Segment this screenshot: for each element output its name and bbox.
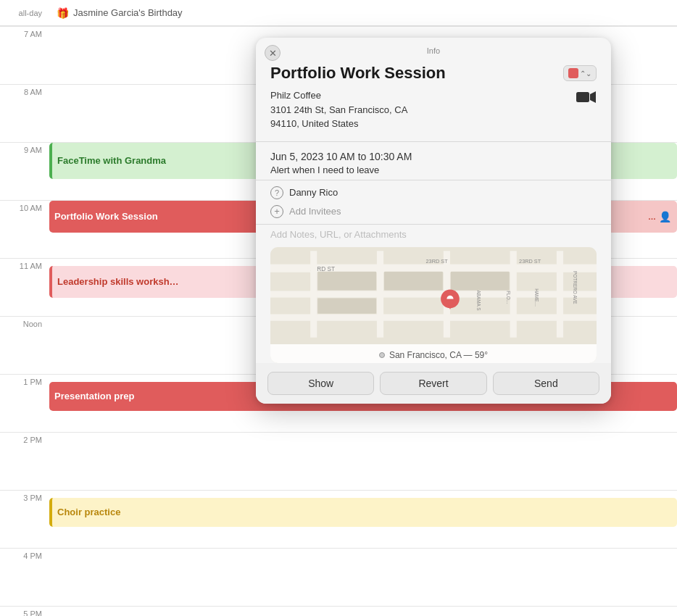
organizer-name: Danny Rico: [289, 187, 338, 198]
location-text: Philz Coffee 3101 24th St, San Francisco…: [270, 88, 407, 131]
map-container[interactable]: 23RD ST 23RD ST 23RD ST POTRERO AVE ALAB…: [270, 247, 597, 363]
svg-rect-18: [317, 271, 376, 290]
time-row-2pm: 2 PM: [0, 432, 677, 490]
time-label-3pm: 3 PM: [0, 491, 49, 502]
organizer-row: ? Danny Rico: [270, 180, 597, 202]
time-label-5pm: 5 PM: [0, 607, 49, 616]
all-day-label: all-day: [0, 9, 49, 17]
svg-rect-19: [317, 298, 376, 313]
add-invitees-row[interactable]: + Add Invitees: [270, 202, 597, 224]
svg-rect-20: [384, 271, 443, 290]
time-content-3pm: Choir practice: [49, 491, 677, 548]
map-footer: San Francisco, CA — 59°: [270, 344, 597, 363]
map-footer-dot: [379, 352, 385, 358]
svg-rect-6: [270, 314, 597, 320]
svg-rect-8: [377, 251, 383, 337]
time-row-5pm: 5 PM: [0, 606, 677, 616]
event-portfolio-right[interactable]: … 👤: [605, 201, 677, 233]
time-label-10am: 10 AM: [0, 201, 49, 212]
map-location-text: San Francisco, CA — 59°: [389, 350, 488, 360]
popup-footer: Show Revert Send: [256, 363, 611, 404]
show-button[interactable]: Show: [267, 372, 374, 395]
color-swatch: [568, 68, 578, 78]
event-choir[interactable]: Choir practice: [49, 498, 677, 527]
datetime-line: Jun 5, 2023 10 AM to 10:30 AM: [270, 151, 597, 162]
svg-rect-0: [576, 92, 589, 102]
all-day-event-birthday[interactable]: 🎁 Jasmine Garcia's Birthday: [49, 4, 190, 22]
color-picker-button[interactable]: ⌃⌄: [563, 65, 597, 81]
popup-body: Portfolio Work Session ⌃⌄ Philz Coffee 3…: [256, 59, 611, 363]
event-title-row: Portfolio Work Session ⌃⌄: [270, 64, 597, 83]
svg-text:FLO…: FLO…: [506, 291, 511, 304]
help-icon: ?: [270, 186, 283, 199]
event-title: Portfolio Work Session: [270, 64, 446, 83]
ellipsis-icon: …: [648, 212, 656, 221]
birthday-event-title: Jasmine Garcia's Birthday: [73, 7, 183, 18]
add-invitees-text: Add Invitees: [289, 206, 341, 217]
time-content-2pm: [49, 433, 677, 490]
send-button[interactable]: Send: [493, 372, 599, 395]
chevron-updown-icon: ⌃⌄: [580, 70, 591, 78]
svg-marker-1: [590, 91, 596, 103]
time-row-4pm: 4 PM: [0, 548, 677, 606]
info-popup: ✕ Info Portfolio Work Session ⌃⌄ Philz C…: [256, 38, 611, 404]
event-portfolio[interactable]: Portfolio Work Session: [49, 201, 259, 233]
time-label-4pm: 4 PM: [0, 549, 49, 560]
plus-circle-icon: +: [270, 205, 283, 218]
revert-button[interactable]: Revert: [380, 372, 486, 395]
time-label-2pm: 2 PM: [0, 433, 49, 444]
datetime-section: Jun 5, 2023 10 AM to 10:30 AM Alert when…: [270, 142, 597, 180]
time-content-5pm: [49, 607, 677, 616]
map-svg: 23RD ST 23RD ST 23RD ST POTRERO AVE ALAB…: [270, 247, 597, 341]
time-row-3pm: 3 PM Choir practice: [0, 490, 677, 548]
location-zip: 94110, United States: [270, 117, 407, 131]
svg-rect-7: [310, 251, 317, 337]
notes-placeholder[interactable]: Add Notes, URL, or Attachments: [270, 225, 597, 247]
svg-rect-21: [451, 271, 510, 290]
location-street: 3101 24th St, San Francisco, CA: [270, 103, 407, 117]
time-label-11am: 11 AM: [0, 259, 49, 270]
time-label-8am: 8 AM: [0, 85, 49, 96]
time-label-7am: 7 AM: [0, 27, 49, 38]
location-name: Philz Coffee: [270, 88, 407, 103]
gift-icon: 🎁: [57, 7, 69, 19]
video-camera-icon[interactable]: [576, 90, 597, 108]
time-label-noon: Noon: [0, 317, 49, 328]
all-day-row: all-day 🎁 Jasmine Garcia's Birthday: [0, 0, 677, 26]
svg-rect-11: [557, 251, 563, 337]
popup-header: ✕ Info: [256, 38, 611, 59]
time-content-4pm: [49, 549, 677, 606]
time-label-1pm: 1 PM: [0, 375, 49, 386]
popup-header-title: Info: [427, 46, 440, 55]
person-question-icon: 👤: [659, 211, 671, 222]
svg-rect-5: [270, 291, 597, 297]
close-button[interactable]: ✕: [265, 45, 281, 61]
svg-text:HAME…: HAME…: [534, 288, 539, 307]
svg-text:23RD ST: 23RD ST: [519, 257, 541, 264]
time-label-9am: 9 AM: [0, 143, 49, 154]
svg-text:23RD ST: 23RD ST: [426, 257, 449, 264]
location-row: Philz Coffee 3101 24th St, San Francisco…: [270, 88, 597, 131]
alert-line: Alert when I need to leave: [270, 165, 597, 175]
svg-text:POTRERO AVE: POTRERO AVE: [573, 271, 578, 304]
